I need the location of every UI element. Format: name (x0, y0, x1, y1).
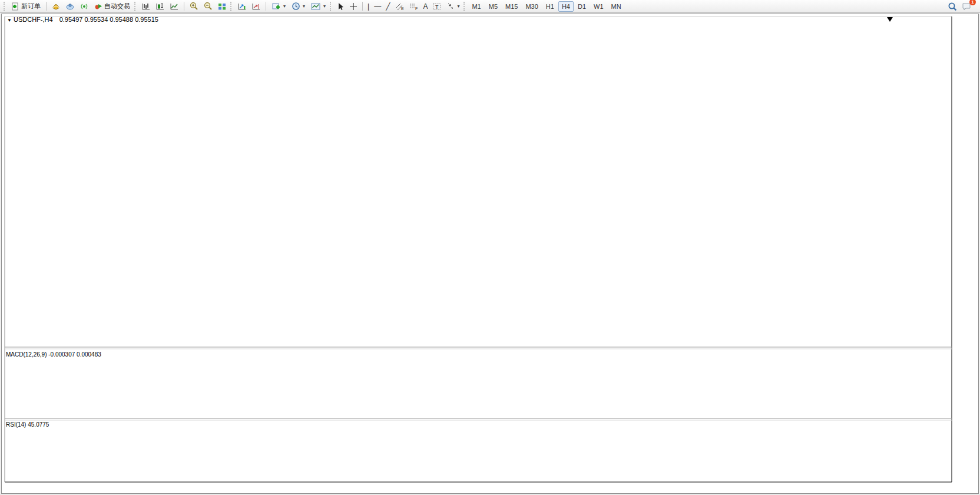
templates-button[interactable]: ▾ (308, 1, 329, 12)
separator (46, 2, 47, 11)
toolbar-grip (463, 2, 465, 11)
svg-text:E: E (401, 6, 404, 11)
separator (362, 2, 363, 11)
indicators-button[interactable] (235, 1, 249, 12)
new-chart-icon (272, 2, 281, 11)
candlestick-type-button[interactable] (153, 1, 167, 12)
trendline-tool-button[interactable]: ╱ (383, 1, 392, 12)
chevron-down-icon[interactable]: ▾ (457, 4, 459, 9)
label-tool-button[interactable]: T (430, 1, 443, 12)
arrows-icon (446, 2, 455, 10)
separator (266, 2, 266, 11)
timeframe-d1-button[interactable]: D1 (574, 1, 590, 12)
zoom-out-icon (203, 2, 213, 11)
chevron-down-icon[interactable]: ▾ (303, 4, 305, 9)
new-chart-button[interactable]: ▾ (269, 1, 289, 12)
cursor-arrow-icon (337, 2, 345, 11)
timeframe-w1-button[interactable]: W1 (590, 1, 607, 12)
separator (184, 2, 184, 11)
auto-trading-button[interactable]: 自动交易 (91, 1, 133, 12)
market-watch-button[interactable] (63, 1, 77, 12)
timeframe-group: M1M5M15M30H1H4D1W1MN (468, 1, 624, 12)
search-icon (948, 2, 957, 11)
zoom-in-icon (189, 2, 198, 11)
chart-profile-button[interactable] (49, 1, 63, 12)
indicator-arrow-icon (237, 2, 247, 11)
main-toolbar: 新订单 自动交易 ▾ ▾ (0, 0, 980, 13)
crosshair-tool-button[interactable] (347, 1, 360, 12)
signal-icon (80, 2, 89, 11)
search-button[interactable] (945, 1, 959, 12)
timeframe-m30-button[interactable]: M30 (522, 1, 541, 12)
indicator-levels-button[interactable] (249, 1, 263, 12)
svg-text:F: F (415, 6, 418, 11)
svg-text:T: T (435, 4, 439, 10)
clock-icon (292, 2, 300, 11)
new-order-icon (11, 2, 19, 11)
auto-trading-icon (94, 2, 102, 11)
auto-trading-label: 自动交易 (104, 2, 130, 11)
cursor-tool-button[interactable] (335, 1, 347, 12)
fibonacci-icon: F (409, 2, 418, 11)
label-tool-icon: T (432, 2, 441, 11)
crosshair-icon (349, 2, 357, 11)
template-chart-icon (311, 2, 321, 11)
profiles-button[interactable]: ▾ (289, 1, 308, 12)
fibonacci-tool-button[interactable]: F (406, 1, 421, 12)
cloud-person-icon (65, 2, 75, 11)
timeframe-mn-button[interactable]: MN (608, 1, 625, 12)
notifications-button[interactable]: 1 (959, 1, 974, 12)
line-chart-icon (170, 2, 179, 11)
toolbar-grip (330, 2, 332, 11)
chevron-down-icon[interactable]: ▾ (323, 4, 326, 9)
tile-windows-button[interactable] (215, 1, 229, 12)
channel-icon: E (395, 2, 404, 11)
trendline-icon: ╱ (386, 2, 390, 11)
new-order-label: 新订单 (21, 2, 41, 11)
vertical-line-tool-button[interactable]: | (365, 1, 372, 12)
book-icon (51, 2, 61, 11)
indicator-levels-icon (251, 2, 261, 11)
navigator-button[interactable] (77, 1, 91, 12)
notification-badge[interactable]: 1 (969, 0, 976, 5)
timeframe-m5-button[interactable]: M5 (485, 1, 501, 12)
bar-chart-icon (141, 2, 151, 11)
toolbar-grip (4, 2, 5, 11)
timeframe-m15-button[interactable]: M15 (502, 1, 521, 12)
chart-canvas[interactable] (0, 13, 980, 495)
bar-chart-type-button[interactable] (139, 1, 153, 12)
toolbar-grip (230, 2, 232, 11)
arrows-tool-button[interactable]: ▾ (443, 1, 462, 12)
timeframe-h1-button[interactable]: H1 (542, 1, 558, 12)
vline-icon: | (368, 2, 369, 11)
horizontal-line-tool-button[interactable]: — (372, 1, 383, 12)
text-tool-button[interactable]: A (421, 1, 430, 12)
channel-tool-button[interactable]: E (392, 1, 406, 12)
zoom-out-button[interactable] (201, 1, 215, 12)
candlestick-icon (155, 2, 165, 11)
tile-windows-icon (217, 2, 227, 11)
timeframe-m1-button[interactable]: M1 (468, 1, 484, 12)
timeframe-h4-button[interactable]: H4 (558, 1, 574, 12)
zoom-in-button[interactable] (187, 1, 201, 12)
new-order-button[interactable]: 新订单 (8, 1, 44, 12)
toolbar-grip (134, 2, 136, 11)
chart-shift-marker (887, 17, 893, 22)
text-tool-icon: A (423, 2, 428, 11)
chevron-down-icon[interactable]: ▾ (283, 4, 286, 9)
line-chart-type-button[interactable] (167, 1, 181, 12)
hline-icon: — (374, 2, 381, 11)
